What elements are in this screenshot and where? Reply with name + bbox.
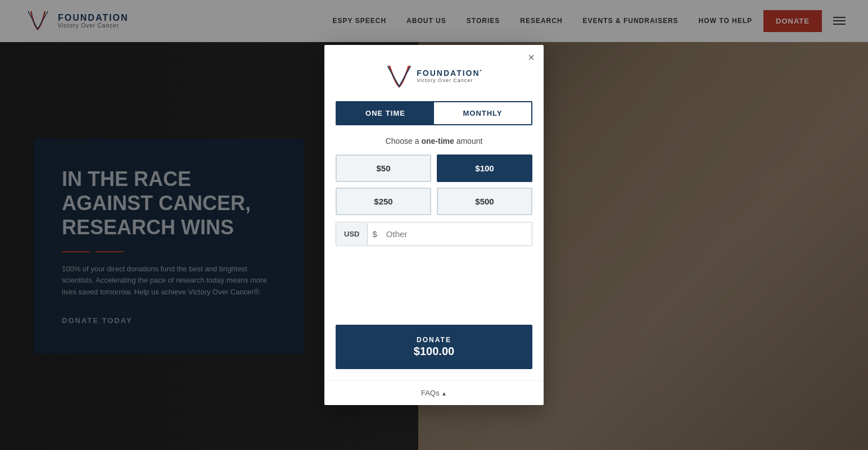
dollar-sign-icon: $ — [368, 222, 381, 246]
custom-amount-input[interactable] — [382, 222, 532, 246]
faqs-bar[interactable]: FAQs ▲ — [324, 380, 544, 405]
donate-submit-button[interactable]: DONATE $100.00 — [336, 325, 532, 369]
donation-modal: × FOUNDATION* Victory Over Cancer ONE TI… — [324, 45, 544, 405]
donation-tabs: ONE TIME MONTHLY — [336, 101, 532, 125]
modal-overlay: × FOUNDATION* Victory Over Cancer ONE TI… — [0, 0, 868, 450]
tab-one-time[interactable]: ONE TIME — [337, 102, 434, 124]
amount-250[interactable]: $250 — [336, 188, 431, 215]
modal-logo-icon — [385, 62, 413, 90]
custom-amount-row: USD $ — [336, 222, 532, 246]
amount-100[interactable]: $100 — [437, 154, 532, 182]
faqs-label: FAQs — [421, 389, 440, 397]
amount-500[interactable]: $500 — [437, 188, 532, 215]
modal-spacer — [324, 257, 544, 325]
modal-logo-text: FOUNDATION* Victory Over Cancer — [417, 69, 482, 83]
faqs-arrow-icon: ▲ — [441, 390, 447, 397]
donate-button-amount: $100.00 — [347, 345, 521, 358]
currency-label: USD — [336, 223, 368, 245]
modal-logo-foundation: FOUNDATION* — [417, 69, 482, 78]
modal-logo-tagline: Victory Over Cancer — [417, 78, 482, 83]
tab-monthly[interactable]: MONTHLY — [434, 102, 531, 124]
choose-amount-label: Choose a one-time amount — [324, 137, 544, 146]
modal-close-button[interactable]: × — [528, 52, 535, 63]
modal-logo: FOUNDATION* Victory Over Cancer — [324, 45, 544, 101]
amount-50[interactable]: $50 — [336, 154, 431, 182]
amount-grid: $50 $100 $250 $500 — [324, 154, 544, 215]
modal-logo-inner: FOUNDATION* Victory Over Cancer — [385, 62, 482, 90]
donate-button-label: DONATE — [347, 336, 521, 344]
